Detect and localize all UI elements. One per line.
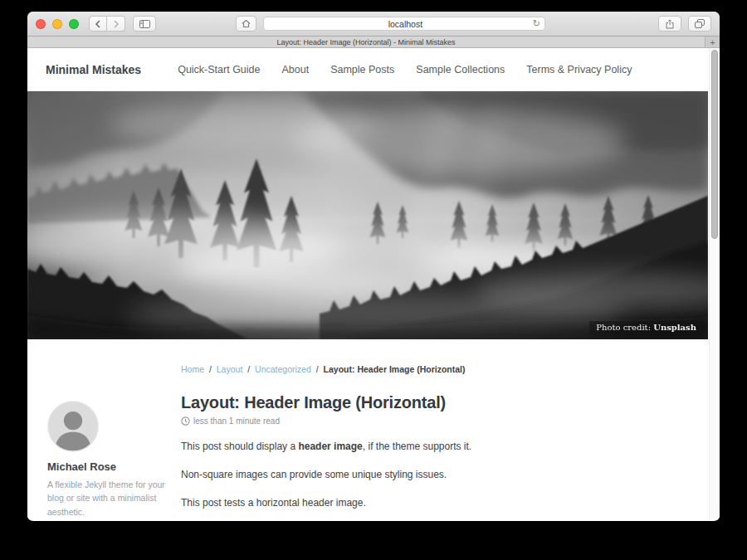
address-bar[interactable]: localhost ↻ xyxy=(263,17,545,31)
nav-link-terms-privacy[interactable]: Terms & Privacy Policy xyxy=(526,64,632,75)
forward-button[interactable] xyxy=(107,16,125,32)
header-image: Photo credit: Unsplash xyxy=(27,91,708,339)
refresh-button[interactable]: ↻ xyxy=(533,19,540,28)
chevron-left-icon xyxy=(95,20,101,28)
new-tab-button[interactable]: + xyxy=(706,37,720,47)
author-name: Michael Rose xyxy=(47,460,173,473)
read-time: less than 1 minute read xyxy=(193,416,280,426)
page-body: Home / Layout / Uncategorized / Layout: … xyxy=(27,339,720,519)
nav-link-sample-posts[interactable]: Sample Posts xyxy=(330,64,394,75)
sidebar-icon xyxy=(139,20,150,28)
tab-title: Layout: Header Image (Horizontal) - Mini… xyxy=(276,38,455,46)
scrollbar-track[interactable] xyxy=(709,48,720,520)
breadcrumb: Home / Layout / Uncategorized / Layout: … xyxy=(181,364,720,374)
breadcrumb-link-uncategorized[interactable]: Uncategorized xyxy=(255,364,311,374)
masthead: Minimal Mistakes Quick-Start Guide About… xyxy=(27,48,720,91)
post-paragraph: This post should display a header image,… xyxy=(181,439,662,454)
site-nav: Quick-Start Guide About Sample Posts Sam… xyxy=(178,64,632,75)
breadcrumb-link-home[interactable]: Home xyxy=(181,364,204,374)
home-icon xyxy=(242,19,251,28)
author-profile: Michael Rose A flexible Jekyll theme for… xyxy=(47,386,173,519)
sidebar-toggle-button[interactable] xyxy=(133,16,156,32)
breadcrumb-separator: / xyxy=(247,364,250,374)
foggy-forest-photo xyxy=(27,91,708,339)
share-button[interactable] xyxy=(658,16,681,32)
nav-link-sample-collections[interactable]: Sample Collections xyxy=(416,64,505,75)
site-title-link[interactable]: Minimal Mistakes xyxy=(46,63,141,76)
photo-credit: Photo credit: Unsplash xyxy=(589,321,703,334)
post-article: Layout: Header Image (Horizontal) less t… xyxy=(181,386,662,519)
zoom-window-button[interactable] xyxy=(69,19,79,29)
history-nav xyxy=(89,16,125,32)
avatar xyxy=(47,401,99,452)
breadcrumb-current: Layout: Header Image (Horizontal) xyxy=(324,364,466,374)
traffic-lights xyxy=(36,19,79,29)
browser-tab[interactable]: Layout: Header Image (Horizontal) - Mini… xyxy=(27,37,706,47)
tab-bar: Layout: Header Image (Horizontal) - Mini… xyxy=(27,37,720,48)
breadcrumb-separator: / xyxy=(209,364,212,374)
post-paragraph: This post tests a horizontal header imag… xyxy=(181,495,662,510)
safari-window: localhost ↻ xyxy=(27,12,720,521)
clock-icon xyxy=(181,416,190,426)
close-window-button[interactable] xyxy=(36,19,46,29)
scrollbar-thumb[interactable] xyxy=(711,50,718,239)
breadcrumb-link-layout[interactable]: Layout xyxy=(217,364,243,374)
post-paragraph: Non-square images can provide some uniqu… xyxy=(181,467,662,482)
nav-link-about[interactable]: About xyxy=(282,64,310,75)
share-icon xyxy=(666,19,674,29)
post-meta: less than 1 minute read xyxy=(181,416,662,426)
nav-link-quick-start-guide[interactable]: Quick-Start Guide xyxy=(178,64,260,75)
home-button[interactable] xyxy=(236,16,256,32)
tabs-icon xyxy=(695,19,705,28)
back-button[interactable] xyxy=(89,16,107,32)
chevron-right-icon xyxy=(113,20,120,28)
photo-credit-source-link[interactable]: Unsplash xyxy=(653,323,696,332)
author-bio: A flexible Jekyll theme for your blog or… xyxy=(47,478,168,519)
breadcrumb-separator: / xyxy=(316,364,319,374)
page-content: Minimal Mistakes Quick-Start Guide About… xyxy=(27,48,720,520)
url-text: localhost xyxy=(278,19,533,29)
browser-toolbar: localhost ↻ xyxy=(27,12,720,37)
desktop-background: localhost ↻ xyxy=(0,0,747,560)
post-title: Layout: Header Image (Horizontal) xyxy=(181,393,662,412)
photo-credit-label: Photo credit: xyxy=(596,323,651,332)
content-columns: Michael Rose A flexible Jekyll theme for… xyxy=(27,386,720,519)
tabs-overview-button[interactable] xyxy=(688,16,711,32)
minimize-window-button[interactable] xyxy=(52,19,62,29)
